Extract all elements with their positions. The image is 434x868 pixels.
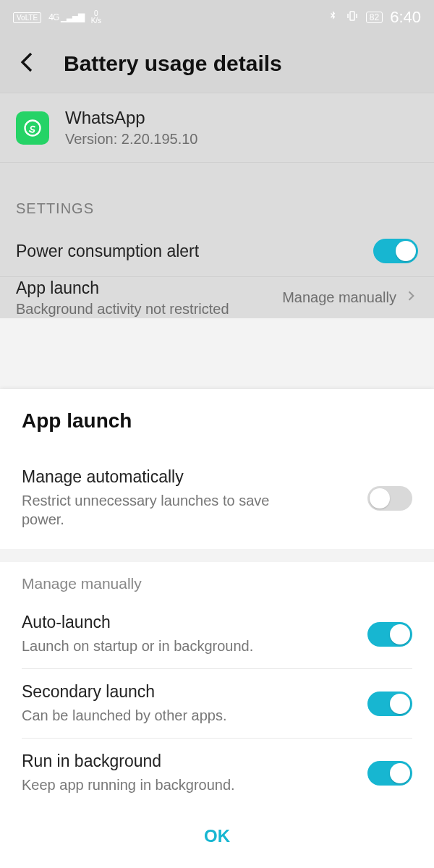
auto-launch-sub: Launch on startup or in background. — [22, 637, 253, 655]
battery-indicator: 82 — [366, 12, 383, 23]
secondary-launch-toggle[interactable] — [367, 692, 412, 716]
auto-launch-label: Auto-launch — [22, 613, 253, 632]
manage-auto-sub: Restrict unnecessary launches to save po… — [22, 491, 311, 529]
app-version: Version: 2.20.195.10 — [65, 131, 197, 148]
app-name: WhatsApp — [65, 108, 197, 128]
secondary-launch-sub: Can be launched by other apps. — [22, 706, 227, 725]
run-bg-sub: Keep app running in background. — [22, 775, 235, 794]
secondary-launch-label: Secondary launch — [22, 682, 227, 702]
signal-icon: 4G ▁▃▅▇ — [48, 12, 83, 22]
net-speed: 0 K/s — [91, 10, 101, 25]
power-alert-toggle[interactable] — [373, 239, 418, 263]
page-title: Battery usage details — [64, 51, 282, 76]
clock: 6:40 — [390, 8, 421, 27]
bluetooth-icon — [327, 10, 339, 25]
svg-rect-0 — [350, 12, 354, 20]
whatsapp-icon — [16, 111, 49, 145]
chevron-right-icon — [404, 289, 418, 307]
status-bar: VoLTE 4G ▁▃▅▇ 0 K/s 82 6:40 — [0, 0, 434, 35]
auto-launch-toggle[interactable] — [367, 622, 412, 647]
volte-badge: VoLTE — [13, 12, 41, 23]
run-bg-label: Run in background — [22, 752, 235, 771]
svg-point-1 — [25, 120, 41, 135]
app-launch-sheet: App launch Manage automatically Restrict… — [0, 389, 434, 868]
app-launch-row[interactable]: App launch Background activity not restr… — [0, 276, 434, 318]
secondary-launch-row[interactable]: Secondary launch Can be launched by othe… — [22, 669, 412, 738]
manage-auto-row[interactable]: Manage automatically Restrict unnecessar… — [22, 454, 412, 542]
settings-section-label: SETTINGS — [0, 183, 434, 226]
app-launch-sub: Background activity not restricted — [16, 301, 229, 318]
back-icon[interactable] — [16, 49, 42, 78]
manage-auto-toggle[interactable] — [367, 486, 412, 511]
ok-button[interactable]: OK — [22, 807, 412, 868]
manage-manually-label: Manage manually — [22, 575, 412, 592]
vibrate-icon — [346, 9, 359, 26]
app-launch-label: App launch — [16, 278, 229, 298]
sheet-title: App launch — [22, 409, 412, 433]
power-alert-row[interactable]: Power consumption alert — [0, 226, 434, 276]
manage-auto-label: Manage automatically — [22, 467, 311, 487]
auto-launch-row[interactable]: Auto-launch Launch on startup or in back… — [22, 600, 412, 668]
app-info-row: WhatsApp Version: 2.20.195.10 — [0, 93, 434, 163]
run-bg-row[interactable]: Run in background Keep app running in ba… — [22, 739, 412, 807]
app-launch-value: Manage manually — [282, 289, 396, 306]
run-bg-toggle[interactable] — [367, 761, 412, 786]
page-header: Battery usage details — [0, 35, 434, 93]
power-alert-label: Power consumption alert — [16, 242, 199, 261]
